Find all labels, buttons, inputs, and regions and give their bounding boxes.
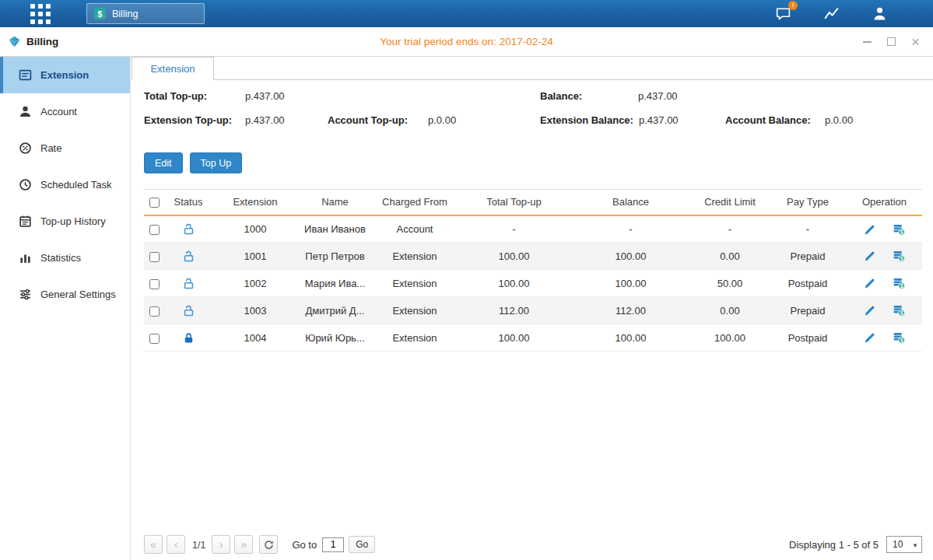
tab-extension[interactable]: Extension: [132, 57, 214, 80]
column-header-status: Status: [164, 190, 212, 215]
cell-balance: 100.00: [570, 324, 691, 352]
sidebar-item-label: General Settings: [40, 289, 116, 300]
cell-balance: 112.00: [570, 297, 691, 324]
tab-strip: Extension: [131, 57, 933, 80]
account-balance-value: p.0.00: [825, 114, 853, 126]
page-size-select[interactable]: 10: [886, 536, 922, 553]
cell-name: Иван Иванов: [298, 215, 372, 243]
sidebar-item-account[interactable]: Account: [0, 93, 130, 130]
apps-grid-icon[interactable]: [30, 4, 51, 24]
row-checkbox[interactable]: [149, 225, 160, 235]
last-page-icon[interactable]: [234, 535, 253, 554]
table-row: 1002 Мария Ива... Extension 100.00 100.0…: [144, 270, 922, 297]
cell-total-topup: 100.00: [458, 270, 570, 297]
top-up-icon[interactable]: [893, 223, 905, 236]
cell-charged-from: Account: [372, 215, 458, 243]
table-header-row: StatusExtensionNameCharged FromTotal Top…: [144, 190, 922, 215]
window-title: Billing: [26, 36, 58, 47]
rate-icon: [19, 142, 32, 155]
calendar-icon: [19, 215, 32, 228]
prev-page-icon[interactable]: [167, 535, 185, 554]
edit-icon[interactable]: [864, 223, 876, 236]
edit-icon[interactable]: [864, 331, 876, 344]
sidebar-item-extension[interactable]: Extension: [0, 57, 130, 93]
column-header-pay-type: Pay Type: [769, 190, 847, 215]
sidebar-item-statistics[interactable]: Statistics: [0, 240, 130, 276]
close-icon[interactable]: [910, 37, 921, 47]
table-row: 1004 Юрий Юрь... Extension 100.00 100.00…: [144, 324, 922, 352]
cell-charged-from: Extension: [372, 324, 458, 352]
go-button[interactable]: Go: [349, 536, 375, 553]
titlebar: Billing Your trial period ends on: 2017-…: [0, 27, 933, 57]
top-up-icon[interactable]: [893, 331, 905, 344]
topbar-tab-billing[interactable]: Billing: [86, 3, 205, 24]
edit-icon[interactable]: [864, 250, 876, 262]
top-up-icon[interactable]: [893, 250, 905, 262]
sidebar-item-label: Top-up History: [40, 215, 106, 227]
chevron-down-icon: [912, 539, 918, 550]
trial-notice: Your trial period ends on: 2017-02-24: [0, 36, 933, 47]
cell-credit-limit: 0.00: [691, 297, 769, 324]
topbar-right-icons: [773, 5, 933, 23]
extension-balance-value: p.437.00: [639, 114, 679, 126]
column-header-total-top-up: Total Top-up: [458, 190, 570, 215]
top-up-icon[interactable]: [893, 277, 905, 289]
row-checkbox[interactable]: [149, 252, 160, 262]
row-checkbox[interactable]: [149, 306, 160, 317]
app-window: Billing Billing Your trial per: [0, 0, 933, 560]
cell-pay-type: Postpaid: [769, 324, 847, 352]
displaying-text: Displaying 1 - 5 of 5: [789, 539, 879, 551]
sidebar-item-label: Extension: [40, 69, 89, 81]
topbar-tab-label: Billing: [112, 9, 138, 19]
cell-credit-limit: 0.00: [691, 243, 769, 270]
main-content: Extension Total Top-up: p.437.00 Balance…: [131, 57, 933, 560]
edit-icon[interactable]: [864, 304, 876, 317]
pagination-right: Displaying 1 - 5 of 5 10: [789, 536, 922, 553]
maximize-icon[interactable]: [886, 37, 896, 47]
tab-extension-label: Extension: [150, 63, 195, 75]
column-header-operation: Operation: [847, 190, 922, 215]
user-icon[interactable]: [869, 5, 889, 23]
extension-icon: [19, 68, 32, 82]
messages-icon[interactable]: [773, 5, 793, 23]
cell-credit-limit: -: [691, 215, 769, 243]
first-page-icon[interactable]: [144, 535, 163, 554]
status-locked-icon: [183, 332, 195, 344]
minimize-icon[interactable]: [862, 37, 872, 47]
page-indicator: 1/1: [192, 540, 205, 551]
next-page-icon[interactable]: [212, 535, 230, 554]
edit-icon[interactable]: [864, 277, 876, 289]
goto-page-input[interactable]: [322, 537, 344, 552]
row-checkbox[interactable]: [149, 334, 160, 344]
status-unlocked-icon: [183, 223, 195, 235]
sidebar-item-label: Rate: [40, 142, 61, 154]
statistics-chart-icon[interactable]: [821, 5, 841, 23]
sidebar-item-topup-history[interactable]: Top-up History: [0, 203, 130, 240]
cell-name: Юрий Юрь...: [298, 324, 372, 352]
cell-extension: 1001: [212, 243, 298, 270]
extension-topup-value: p.437.00: [245, 114, 285, 126]
sidebar-item-scheduled-task[interactable]: Scheduled Task: [0, 166, 130, 203]
refresh-icon[interactable]: [259, 535, 278, 554]
balance-value: p.437.00: [638, 90, 678, 102]
cell-extension: 1003: [212, 297, 298, 324]
top-up-icon[interactable]: [893, 304, 905, 317]
cell-charged-from: Extension: [372, 270, 458, 297]
sidebar-item-label: Account: [40, 106, 77, 117]
sidebar-item-general-settings[interactable]: General Settings: [0, 276, 130, 313]
top-up-button[interactable]: Top Up: [190, 152, 243, 173]
column-header-balance: Balance: [570, 190, 691, 215]
cell-charged-from: Extension: [372, 243, 458, 270]
extension-balance-label: Extension Balance:: [540, 114, 633, 126]
status-unlocked-icon: [183, 250, 195, 262]
select-all-checkbox[interactable]: [149, 198, 160, 208]
extension-topup-label: Extension Top-up:: [144, 114, 232, 126]
edit-button[interactable]: Edit: [144, 152, 183, 173]
total-topup-value: p.437.00: [245, 90, 285, 102]
window-controls: [862, 37, 921, 47]
cell-pay-type: Postpaid: [769, 270, 847, 297]
sidebar-item-rate[interactable]: Rate: [0, 130, 130, 166]
account-icon: [19, 105, 32, 118]
sidebar-item-label: Scheduled Task: [40, 179, 112, 191]
row-checkbox[interactable]: [149, 279, 160, 289]
